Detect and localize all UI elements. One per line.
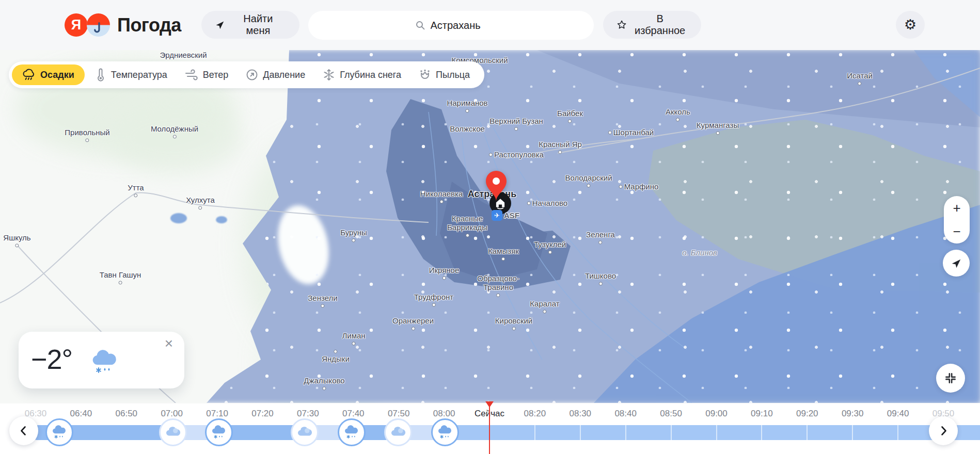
location-pin[interactable] <box>484 170 509 202</box>
map-label: Молодёжный <box>151 124 198 138</box>
timeline-separator <box>761 425 762 440</box>
map-label: Исатай <box>847 71 873 85</box>
town-marker-dot <box>352 342 355 346</box>
map-label: Курмангазы <box>697 121 739 135</box>
timeline-tick: 09:30 <box>842 409 864 419</box>
tab-snow-depth[interactable]: Глубина снега <box>315 64 408 85</box>
map-label: Красный Яр <box>539 140 582 154</box>
chevron-right-icon <box>938 424 949 437</box>
timeline-weather-badge-snow[interactable] <box>205 418 233 446</box>
map-label: Яшкуль <box>3 233 30 247</box>
town-marker-dot <box>173 135 177 139</box>
search-icon <box>415 20 425 30</box>
precip-icon <box>22 69 36 82</box>
timeline-tick: 08:20 <box>524 409 546 419</box>
pin-icon <box>484 170 509 202</box>
zoom-in-button[interactable]: + <box>944 196 970 220</box>
add-to-favorites-button[interactable]: В избранное <box>603 11 701 39</box>
search-field[interactable] <box>308 11 594 40</box>
town-marker-dot <box>608 131 612 135</box>
map-label: Буруны <box>340 228 367 242</box>
town-marker-dot <box>548 251 551 254</box>
town-marker-dot <box>619 185 623 189</box>
town-marker-dot <box>439 200 443 204</box>
timeline-tick: 07:50 <box>388 409 410 419</box>
town-marker-dot <box>858 82 862 86</box>
town-marker-dot <box>199 206 202 210</box>
town-marker-dot <box>568 120 572 123</box>
tab-label: Температура <box>111 70 167 80</box>
gauge-icon <box>246 69 258 81</box>
header: Я Погода Найти меня В избранное ⚙ <box>0 0 980 50</box>
timeline-separator <box>897 425 898 440</box>
timeline-weather-badge-snow[interactable] <box>338 418 366 446</box>
timeline-slider[interactable]: 06:3006:4006:5007:0007:1007:2007:3007:40… <box>0 403 980 454</box>
snow-cloud-icon <box>90 348 119 375</box>
timeline-weather-badge-cloud[interactable] <box>291 418 319 446</box>
tab-wind[interactable]: Ветер <box>178 64 235 85</box>
town-marker-dot <box>543 310 547 314</box>
tab-label: Осадки <box>40 70 74 80</box>
timeline-tick: 09:40 <box>887 409 909 419</box>
map-label: Тузуклей <box>534 240 566 254</box>
tab-pollen[interactable]: Пыльца <box>412 64 477 85</box>
search-input[interactable] <box>431 20 487 31</box>
town-marker-dot <box>515 127 518 131</box>
logo[interactable]: Я Погода <box>65 13 181 37</box>
map-label: Трудфронт <box>414 293 453 306</box>
timeline-tick: 07:20 <box>251 409 274 419</box>
timeline-tick: 08:00 <box>433 409 455 419</box>
now-marker-line[interactable] <box>489 407 490 454</box>
snowflake-icon <box>323 69 335 81</box>
yandex-weather-app: ЭрдниевскийКомсомольскийНаримановВолжско… <box>0 0 980 454</box>
zoom-out-button[interactable]: − <box>944 220 970 244</box>
map-label: Джалыково <box>304 376 344 390</box>
town-marker-dot <box>118 281 122 285</box>
town-marker-dot <box>502 257 505 261</box>
timeline-tick: 08:50 <box>660 409 682 419</box>
map-label: Хулхута <box>186 196 215 209</box>
popup-temperature: −2° <box>31 343 72 375</box>
timeline-weather-badge-snow[interactable] <box>45 418 73 446</box>
map-label: Тишково <box>585 271 616 285</box>
town-marker-dot <box>466 109 469 113</box>
tab-temperature[interactable]: Температура <box>88 64 175 85</box>
map-label: Волжское <box>450 124 485 133</box>
town-marker-dot <box>411 327 415 331</box>
timeline-tick: 07:10 <box>206 409 228 419</box>
gear-icon: ⚙ <box>904 17 916 33</box>
zoom-controls: + − <box>944 196 970 244</box>
map-label: Акколь <box>666 107 690 121</box>
settings-button[interactable]: ⚙ <box>896 11 925 39</box>
timeline-tick: 09:00 <box>705 409 728 419</box>
map-label: Образцово- Травино <box>477 274 519 297</box>
timeline-next-button[interactable] <box>929 416 958 445</box>
map-label: Кировский <box>495 316 532 330</box>
town-marker-dot <box>527 202 531 205</box>
town-marker-dot <box>466 233 469 237</box>
town-marker-dot <box>321 304 325 308</box>
locate-me-button[interactable] <box>943 250 970 277</box>
tab-label: Пыльца <box>436 70 470 80</box>
timeline-weather-badge-snow[interactable] <box>431 418 459 446</box>
tab-pressure[interactable]: Давление <box>239 64 312 85</box>
town-marker-dot <box>512 327 515 331</box>
tab-label: Давление <box>263 70 305 80</box>
timeline-segment[interactable] <box>445 425 980 440</box>
map-label: Нариманов <box>447 99 487 112</box>
find-me-button[interactable]: Найти меня <box>201 11 299 39</box>
star-icon <box>617 19 627 30</box>
timeline-prev-button[interactable] <box>9 416 38 445</box>
map-label: Верхний Бузан <box>489 117 543 131</box>
close-popup-button[interactable]: × <box>162 335 176 352</box>
airport-badge[interactable]: ✈ ASF <box>492 210 519 221</box>
collapse-view-button[interactable] <box>936 364 965 393</box>
map-label: Камызяк <box>488 247 519 261</box>
town-marker-dot <box>587 184 591 188</box>
timeline-weather-badge-cloud[interactable] <box>159 418 187 446</box>
map-label: Марфино <box>619 182 659 191</box>
map-label: Лиман <box>342 331 365 345</box>
tab-precipitation[interactable]: Осадки <box>12 64 85 85</box>
town-marker-dot <box>322 387 326 391</box>
timeline-weather-badge-cloud[interactable] <box>384 418 412 446</box>
